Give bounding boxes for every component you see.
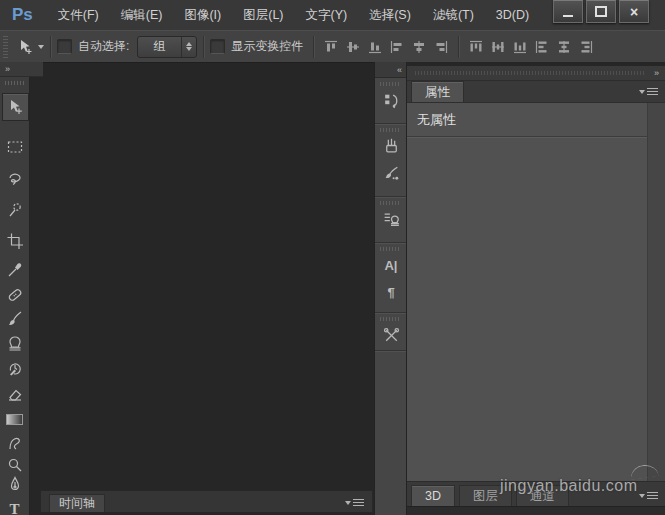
- align-left-edges-button[interactable]: [386, 35, 408, 59]
- right-panel-dock: » 属性 无属性 3D 图层 通道: [407, 62, 665, 515]
- dropdown-value: 组: [138, 38, 181, 55]
- properties-tab-bar: 属性: [407, 81, 665, 103]
- minimize-button[interactable]: [553, 0, 583, 23]
- timeline-panel-menu-icon[interactable]: [345, 499, 364, 506]
- auto-select-target-dropdown[interactable]: 组: [137, 36, 197, 58]
- clone-source-panel-button[interactable]: [379, 207, 403, 231]
- character-panel-button[interactable]: A|: [379, 253, 403, 277]
- timeline-tab-label: 时间轴: [59, 495, 95, 512]
- dock-grip-handle: [415, 71, 646, 75]
- move-icon: [7, 98, 25, 116]
- bottom-panel-menu-icon[interactable]: [639, 492, 658, 499]
- brush-tool[interactable]: [3, 308, 26, 330]
- dock-grip-handle[interactable]: [380, 201, 401, 205]
- dock-grip-handle[interactable]: [380, 317, 401, 321]
- close-button[interactable]: ×: [619, 0, 649, 23]
- collapsed-panel-dock: « A| ¶: [374, 62, 407, 515]
- crop-tool[interactable]: [3, 230, 26, 252]
- quick-selection-tool[interactable]: [3, 199, 26, 221]
- distribute-top-edges-button[interactable]: [465, 35, 487, 59]
- menu-edit[interactable]: 编辑(E): [110, 1, 174, 30]
- tool-presets-icon: [382, 326, 401, 345]
- show-transform-checkbox[interactable]: [210, 39, 225, 54]
- divider: [407, 136, 665, 137]
- toolbar-grip-handle[interactable]: [5, 81, 25, 85]
- eraser-tool[interactable]: [3, 383, 26, 405]
- properties-panel-content: 无属性: [407, 103, 665, 481]
- brush-panel-button[interactable]: [379, 161, 403, 185]
- menu-select[interactable]: 选择(S): [358, 1, 422, 30]
- bandage-icon: [6, 286, 24, 304]
- quick-selection-icon: [6, 201, 24, 219]
- distribute-vertical-centers-button[interactable]: [487, 35, 509, 59]
- menu-type[interactable]: 文字(Y): [295, 1, 359, 30]
- align-horizontal-centers-button[interactable]: [408, 35, 430, 59]
- tab-3d[interactable]: 3D: [411, 485, 455, 506]
- type-tool[interactable]: T: [3, 498, 26, 515]
- panel-collapse-header[interactable]: »: [407, 66, 665, 81]
- clone-stamp-tool[interactable]: [3, 333, 26, 355]
- toolbar-collapse-header[interactable]: »: [0, 62, 43, 77]
- timeline-panel: 时间轴: [40, 490, 373, 513]
- brush-presets-icon: [382, 136, 401, 155]
- stamp-icon: [6, 335, 24, 353]
- menu-file[interactable]: 文件(F): [47, 1, 110, 30]
- distribute-left-edges-button[interactable]: [531, 35, 553, 59]
- move-tool[interactable]: [2, 93, 29, 121]
- pen-tool[interactable]: [3, 474, 26, 496]
- spot-healing-brush-tool[interactable]: [3, 284, 26, 306]
- crop-icon: [6, 232, 24, 250]
- align-right-edges-button[interactable]: [430, 35, 452, 59]
- dock-expand-header[interactable]: «: [375, 62, 406, 78]
- panel-bottom-strip: [407, 506, 665, 515]
- align-top-edges-button[interactable]: [320, 35, 342, 59]
- align-bottom-edges-button[interactable]: [364, 35, 386, 59]
- minimize-icon: [563, 15, 573, 17]
- distribute-horizontal-centers-button[interactable]: [553, 35, 575, 59]
- auto-select-label: 自动选择:: [78, 38, 129, 55]
- history-brush-tool[interactable]: [3, 358, 26, 380]
- properties-panel-menu-icon[interactable]: [639, 88, 658, 95]
- lasso-tool[interactable]: [3, 168, 26, 190]
- menu-layer[interactable]: 图层(L): [232, 1, 294, 30]
- tool-options-bar: 自动选择: 组 显示变换控件: [0, 30, 665, 63]
- dock-grip-handle[interactable]: [380, 128, 401, 132]
- maximize-button[interactable]: [586, 0, 616, 23]
- dock-divider: [375, 123, 406, 124]
- align-vertical-centers-button[interactable]: [342, 35, 364, 59]
- gradient-swatch: [6, 414, 23, 425]
- dock-divider: [375, 242, 406, 243]
- tool-presets-panel-button[interactable]: [379, 323, 403, 347]
- marquee-icon: [6, 138, 24, 156]
- watermark-text: jingyan.baidu.com: [500, 477, 637, 495]
- distribute-bottom-edges-button[interactable]: [509, 35, 531, 59]
- separator: [458, 36, 459, 58]
- photoshop-window: Ps 文件(F) 编辑(E) 图像(I) 图层(L) 文字(Y) 选择(S) 滤…: [0, 0, 665, 515]
- dock-grip-handle[interactable]: [380, 247, 401, 251]
- paragraph-panel-button[interactable]: ¶: [379, 280, 403, 304]
- options-grip-handle[interactable]: [3, 36, 8, 58]
- menu-3d[interactable]: 3D(D): [485, 1, 540, 30]
- tool-preset-dropdown-icon[interactable]: [38, 45, 44, 49]
- menu-filter[interactable]: 滤镜(T): [422, 1, 485, 30]
- smudge-tool[interactable]: [3, 432, 26, 454]
- brush-presets-panel-button[interactable]: [379, 133, 403, 157]
- dock-grip-handle[interactable]: [380, 82, 401, 86]
- paragraph-panel-icon: ¶: [387, 285, 394, 300]
- brush-icon: [6, 310, 24, 328]
- tab-3d-label: 3D: [425, 489, 441, 503]
- dock-divider: [375, 350, 406, 351]
- auto-select-checkbox[interactable]: [57, 39, 72, 54]
- rectangular-marquee-tool[interactable]: [3, 136, 26, 158]
- separator: [203, 36, 204, 58]
- pen-nib-icon: [6, 476, 24, 494]
- history-panel-button[interactable]: [379, 88, 403, 112]
- eyedropper-tool[interactable]: [3, 259, 26, 281]
- timeline-tab[interactable]: 时间轴: [49, 494, 105, 512]
- separator: [50, 36, 51, 58]
- distribute-right-edges-button[interactable]: [575, 35, 597, 59]
- gradient-tool[interactable]: [3, 408, 26, 430]
- menu-image[interactable]: 图像(I): [173, 1, 232, 30]
- eyedropper-icon: [6, 261, 24, 279]
- tab-properties[interactable]: 属性: [411, 81, 464, 102]
